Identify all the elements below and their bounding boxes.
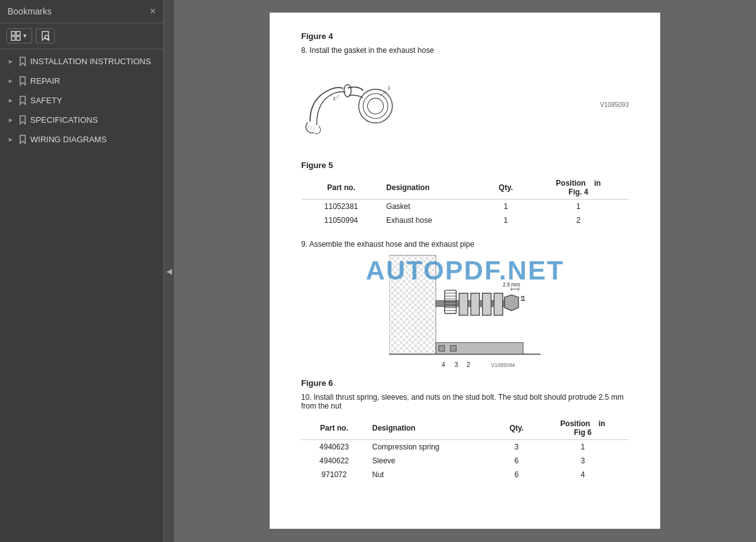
part-no: 11052381 — [301, 200, 381, 214]
qty: 6 — [496, 454, 537, 468]
sidebar-item-safety[interactable]: ► SAFETY — [0, 91, 163, 110]
svg-rect-41 — [450, 346, 456, 351]
svg-text:V1085094: V1085094 — [491, 362, 515, 368]
svg-rect-20 — [389, 256, 436, 354]
svg-line-16 — [314, 127, 314, 132]
bookmark-icon — [19, 115, 26, 125]
part-no: 4940623 — [301, 440, 367, 454]
step8-text: 8. Install the gasket in the exhaust hos… — [301, 46, 629, 55]
svg-text:4: 4 — [442, 361, 445, 368]
table-row: 4940622 Sleeve 6 3 — [301, 454, 629, 468]
designation: Sleeve — [367, 454, 496, 468]
bookmark-search-button[interactable] — [36, 28, 55, 43]
sidebar-items: ► INSTALLATION INSTRUCTIONS ► REPAIR ► — [0, 49, 163, 542]
col-qty2: Qty. — [496, 417, 537, 440]
col-designation: Designation — [381, 176, 483, 200]
svg-text:2: 2 — [333, 96, 336, 101]
svg-line-15 — [310, 126, 312, 131]
sidebar-item-label: SAFETY — [30, 96, 62, 105]
designation: Gasket — [381, 200, 483, 214]
sidebar-collapse-handle[interactable]: ◀ — [164, 0, 174, 542]
designation: Nut — [367, 468, 496, 482]
expand-icon: ► — [6, 135, 15, 144]
sidebar-item-repair[interactable]: ► REPAIR — [0, 71, 163, 91]
sidebar-item-installation-instructions[interactable]: ► INSTALLATION INSTRUCTIONS — [0, 52, 163, 71]
sidebar-toolbar: ▼ — [0, 23, 163, 49]
sidebar-item-wiring-diagrams[interactable]: ► WIRING DIAGRAMS — [0, 130, 163, 149]
figure6-image: 4 3 2 1 V1085094 2.5 mm 1 — [301, 254, 629, 373]
table-row: 971072 Nut 6 4 — [301, 468, 629, 482]
bookmark-icon — [19, 135, 26, 144]
figure4-label: Figure 4 — [301, 31, 629, 41]
svg-rect-0 — [11, 31, 15, 35]
pdf-page: AUTOPDF.NET Figure 4 8. Install the gask… — [270, 13, 660, 529]
svg-rect-33 — [494, 293, 503, 315]
figure4-image: 2 1 — [301, 60, 629, 148]
figure6-table: Part no. Designation Qty. Position inFig… — [301, 417, 629, 482]
col-position2: Position inFig 6 — [537, 417, 629, 440]
svg-rect-3 — [16, 37, 20, 40]
position: 1 — [528, 200, 629, 214]
part-no: 11050994 — [301, 213, 381, 227]
table-row: 11052381 Gasket 1 1 — [301, 200, 629, 214]
expand-all-button[interactable]: ▼ — [6, 28, 32, 43]
position: 3 — [537, 454, 629, 468]
figure4-section: Figure 4 8. Install the gasket in the ex… — [301, 31, 629, 148]
collapse-icon: ◀ — [166, 267, 172, 276]
svg-text:3: 3 — [454, 361, 458, 368]
qty: 6 — [496, 468, 537, 482]
svg-point-9 — [358, 89, 392, 123]
col-partno: Part no. — [301, 176, 381, 200]
svg-rect-39 — [436, 342, 523, 354]
bookmark-icon — [19, 96, 26, 105]
main-content: AUTOPDF.NET Figure 4 8. Install the gask… — [174, 0, 756, 542]
bookmark-icon — [19, 57, 26, 66]
svg-text:1: 1 — [522, 295, 525, 302]
part-no: 4940622 — [301, 454, 367, 468]
figure6-label: Figure 6 — [301, 378, 629, 388]
designation: Exhaust hose — [381, 213, 483, 227]
svg-rect-2 — [11, 37, 15, 40]
expand-icon: ► — [6, 96, 15, 105]
figure4-caption: V1085093 — [600, 101, 629, 108]
expand-icon: ► — [6, 77, 15, 86]
svg-rect-30 — [459, 293, 468, 315]
sidebar: Bookmarks × ▼ ► — [0, 0, 164, 542]
svg-point-10 — [363, 94, 387, 118]
svg-line-8 — [336, 95, 339, 99]
sidebar-item-label: INSTALLATION INSTRUCTIONS — [30, 57, 151, 66]
step9-text: 9. Assemble the exhaust hose and the exh… — [301, 240, 629, 249]
sidebar-item-label: WIRING DIAGRAMS — [30, 135, 106, 144]
svg-text:2: 2 — [467, 361, 471, 368]
sidebar-item-label: REPAIR — [30, 76, 60, 86]
expand-icon: ► — [6, 57, 15, 66]
sidebar-item-label: SPECIFICATIONS — [30, 115, 98, 125]
sidebar-item-specifications[interactable]: ► SPECIFICATIONS — [0, 110, 163, 130]
sidebar-header: Bookmarks × — [0, 0, 163, 23]
qty: 1 — [484, 213, 528, 227]
expand-dropdown-icon: ▼ — [22, 33, 28, 39]
close-button[interactable]: × — [150, 6, 156, 16]
table-row: 11050994 Exhaust hose 1 2 — [301, 213, 629, 227]
position: 2 — [528, 213, 629, 227]
position: 1 — [537, 440, 629, 454]
step10-text: 10. Install thrust spring, sleeves, and … — [301, 393, 629, 410]
designation: Compression spring — [367, 440, 496, 454]
exhaust-pipe-drawing: 4 3 2 1 V1085094 2.5 mm 1 — [389, 254, 541, 373]
col-qty: Qty. — [484, 176, 528, 200]
qty: 1 — [484, 200, 528, 214]
position: 4 — [537, 468, 629, 482]
col-partno2: Part no. — [301, 417, 367, 440]
part-no: 971072 — [301, 468, 367, 482]
exhaust-hose-drawing: 2 1 — [301, 60, 399, 148]
figure5-table: Part no. Designation Qty. Position inFig… — [301, 176, 629, 227]
table-row: 4940623 Compression spring 3 1 — [301, 440, 629, 454]
figure5-label: Figure 5 — [301, 161, 629, 170]
svg-rect-31 — [471, 293, 479, 315]
sidebar-title: Bookmarks — [8, 6, 52, 16]
svg-rect-32 — [483, 293, 491, 315]
svg-marker-34 — [505, 295, 518, 310]
qty: 3 — [496, 440, 537, 454]
col-designation2: Designation — [367, 417, 496, 440]
expand-icon: ► — [6, 116, 15, 125]
